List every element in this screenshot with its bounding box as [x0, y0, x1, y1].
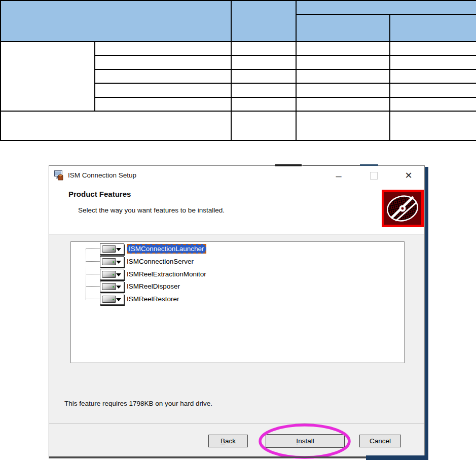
page: ISM Connection Setup – ✕ Product Feature…	[0, 0, 476, 460]
maximize-icon	[370, 172, 378, 180]
table-cell	[95, 83, 231, 97]
table-cell	[390, 55, 476, 69]
chevron-down-icon	[116, 286, 121, 289]
feature-dropdown-button[interactable]	[100, 256, 124, 267]
table-cell	[296, 83, 390, 97]
header-divider	[49, 234, 424, 234]
tree-line	[86, 299, 100, 299]
feature-row[interactable]: ISMReelRestorer	[71, 294, 400, 305]
table-cell	[95, 42, 231, 55]
table-cell	[231, 42, 296, 55]
feature-dropdown-button[interactable]	[100, 243, 124, 255]
feature-label[interactable]: ISMReelDisposer	[127, 281, 180, 292]
table-cell	[296, 42, 390, 55]
feature-row[interactable]: ISMReelDisposer	[71, 281, 400, 292]
chevron-down-icon	[116, 273, 121, 276]
table-cell	[296, 55, 390, 69]
maximize-button[interactable]	[362, 166, 386, 185]
table-cell	[390, 97, 476, 111]
background-window-edge	[366, 455, 428, 460]
footer-divider	[49, 423, 424, 423]
tree-line	[86, 261, 100, 262]
drive-icon	[102, 245, 116, 253]
table-cell	[231, 55, 296, 69]
table-header-cell	[296, 15, 390, 42]
table-cell	[95, 69, 231, 83]
tree-line	[86, 274, 100, 274]
feature-dropdown-button[interactable]	[100, 294, 124, 305]
drive-icon	[102, 258, 116, 265]
table-cell	[390, 42, 476, 55]
feature-row[interactable]: ISMReelExtractionMonitor	[71, 269, 400, 280]
table-header-cell	[1, 1, 231, 42]
chevron-down-icon	[116, 248, 121, 251]
table-cell	[231, 111, 296, 140]
table-header-cell	[296, 1, 476, 15]
ism-connection-setup-dialog: ISM Connection Setup – ✕ Product Feature…	[49, 165, 425, 458]
back-button[interactable]: Back	[208, 435, 248, 447]
drive-icon	[102, 271, 116, 278]
table-cell	[1, 42, 95, 111]
table-cell	[296, 69, 390, 83]
chevron-down-icon	[116, 298, 121, 301]
chevron-down-icon	[116, 261, 121, 264]
feature-dropdown-button[interactable]	[100, 269, 124, 280]
feature-tree-listbox[interactable]: ISMConnectionLauncher ISMConnectionServe…	[70, 241, 405, 363]
minimize-icon: –	[336, 175, 341, 177]
table-cell	[231, 83, 296, 97]
background-window-artifact	[275, 164, 302, 166]
feature-row[interactable]: ISMConnectionServer	[71, 256, 400, 267]
feature-label[interactable]: ISMReelExtractionMonitor	[127, 269, 206, 280]
minimize-button[interactable]: –	[327, 166, 350, 185]
table-cell	[95, 55, 231, 69]
disk-space-note: This feature requires 1798KB on your har…	[64, 400, 212, 407]
cd-banner-icon	[382, 190, 424, 227]
cancel-button[interactable]: Cancel	[359, 435, 401, 447]
feature-dropdown-button[interactable]	[100, 281, 124, 292]
titlebar[interactable]: ISM Connection Setup – ✕	[49, 166, 424, 185]
feature-row[interactable]: ISMConnectionLauncher	[71, 243, 400, 255]
table-header-cell	[390, 15, 476, 42]
windows-installer-icon	[54, 170, 63, 181]
background-window-artifact	[360, 164, 378, 166]
table-cell	[390, 69, 476, 83]
table-cell	[296, 97, 390, 111]
page-subtitle: Select the way you want features to be i…	[78, 206, 225, 214]
table-cell	[296, 111, 390, 140]
feature-label: ISMConnectionLauncher	[127, 243, 206, 255]
table-cell	[390, 83, 476, 97]
tree-line	[86, 286, 100, 287]
drive-icon	[102, 283, 116, 290]
tree-line	[86, 249, 100, 249]
table-cell	[1, 111, 231, 140]
table-cell	[95, 97, 231, 111]
page-title: Product Features	[68, 190, 131, 198]
window-title: ISM Connection Setup	[68, 166, 136, 185]
close-icon: ✕	[405, 170, 412, 181]
table-header-cell	[231, 1, 296, 42]
document-table	[0, 0, 476, 141]
table-cell	[231, 69, 296, 83]
drive-icon	[102, 296, 116, 303]
background-window-edge	[425, 167, 428, 459]
background-window-artifact	[303, 165, 360, 166]
close-button[interactable]: ✕	[397, 166, 420, 185]
table-cell	[231, 97, 296, 111]
feature-label[interactable]: ISMReelRestorer	[127, 294, 179, 305]
feature-label[interactable]: ISMConnectionServer	[127, 256, 194, 267]
table-cell	[390, 111, 476, 140]
install-button[interactable]: Install	[266, 434, 345, 448]
